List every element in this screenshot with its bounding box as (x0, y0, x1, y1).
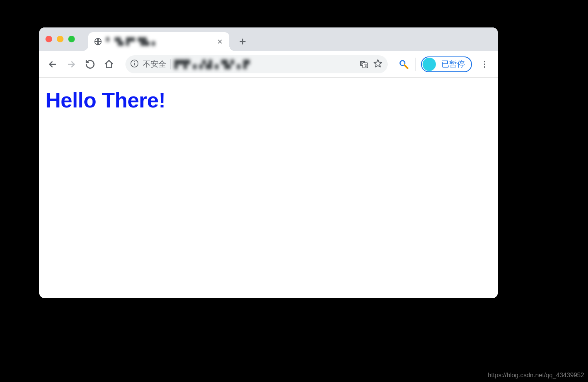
extension-icon[interactable] (398, 58, 410, 70)
svg-point-11 (484, 64, 485, 65)
svg-text:G: G (361, 62, 364, 65)
window-minimize-button[interactable] (57, 36, 64, 42)
reload-button[interactable] (82, 56, 99, 73)
back-button[interactable] (44, 56, 61, 73)
translate-icon[interactable]: G文 (359, 59, 369, 69)
new-tab-button[interactable] (235, 34, 250, 49)
url-text: ▛▜▘▖▞▟▗▝▙▘▖▛ (174, 60, 250, 69)
svg-text:文: 文 (364, 64, 368, 67)
chrome-menu-button[interactable] (476, 56, 493, 73)
home-button[interactable] (100, 56, 118, 73)
watermark: https://blog.csdn.net/qq_43439952 (488, 372, 584, 379)
site-info-icon[interactable] (130, 59, 139, 69)
close-tab-button[interactable] (216, 38, 224, 45)
svg-point-12 (484, 66, 485, 68)
profile-status-label: 已暂停 (441, 59, 465, 69)
browser-window: ▘▝▙ ▛▘▜▙ ▖ (39, 27, 498, 298)
address-bar[interactable]: 不安全 ▛▜▘▖▞▟▗▝▙▘▖▛ G文 (125, 55, 388, 73)
svg-point-10 (484, 61, 485, 62)
tab-title: ▘▝▙ ▛▘▜▙ ▖ (106, 37, 212, 46)
forward-button[interactable] (63, 56, 80, 73)
insecure-label: 不安全 (143, 59, 166, 69)
bookmark-star-icon[interactable] (373, 58, 383, 70)
toolbar-separator (415, 58, 416, 71)
tab-strip: ▘▝▙ ▛▘▜▙ ▖ (39, 27, 498, 51)
page-heading: Hello There! (45, 88, 492, 112)
svg-point-3 (134, 61, 135, 62)
page-viewport: Hello There! (39, 78, 498, 298)
profile-chip[interactable]: 已暂停 (421, 56, 472, 72)
browser-tab[interactable]: ▘▝▙ ▛▘▜▙ ▖ (88, 32, 229, 51)
svg-point-9 (401, 61, 405, 65)
globe-icon (94, 37, 102, 46)
window-close-button[interactable] (45, 36, 52, 42)
omnibox-divider (170, 59, 171, 69)
toolbar: 不安全 ▛▜▘▖▞▟▗▝▙▘▖▛ G文 已暂停 (39, 51, 498, 78)
window-controls (45, 36, 75, 42)
avatar (423, 58, 436, 71)
window-maximize-button[interactable] (68, 36, 75, 42)
